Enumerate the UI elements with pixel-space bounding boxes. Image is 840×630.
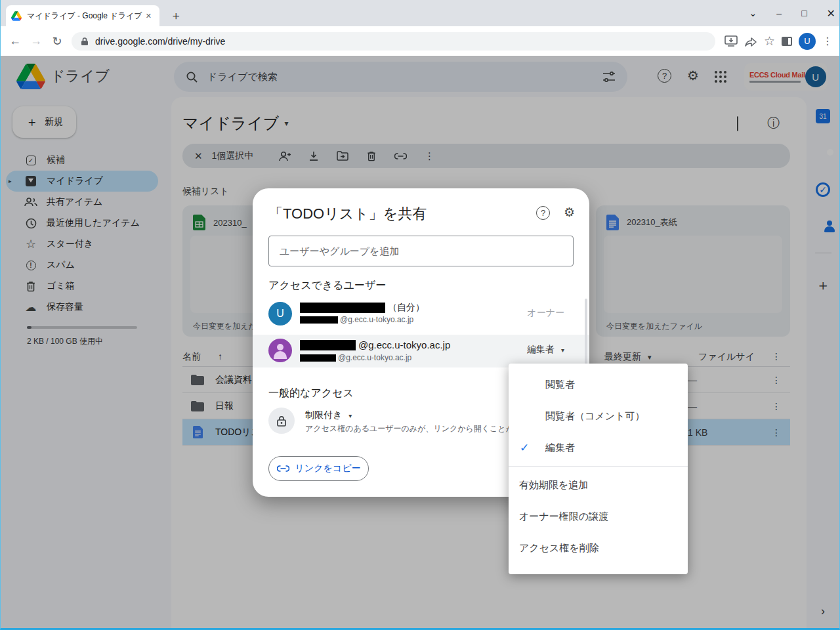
check-icon: ✓: [520, 441, 529, 455]
share-icon[interactable]: [744, 35, 757, 47]
share-dialog-title: 「TODOリスト」を共有: [268, 204, 427, 224]
tab-close-icon[interactable]: ✕: [143, 12, 154, 20]
drive-page: ドライブ ドライブで検索 ? ⚙: [1, 56, 839, 628]
dialog-scrollbar[interactable]: [585, 299, 587, 368]
role-dropdown[interactable]: 編集者▾: [527, 344, 564, 356]
general-access-label: 一般的なアクセス: [268, 387, 354, 400]
side-panel-icon[interactable]: [782, 37, 792, 46]
window-maximize-button[interactable]: □: [801, 8, 807, 18]
browser-profile-avatar[interactable]: U: [799, 33, 816, 50]
redacted-email: [300, 316, 338, 324]
redacted-name: [300, 303, 385, 313]
url-bar[interactable]: drive.google.com/drive/my-drive: [72, 32, 715, 51]
menu-divider: [509, 466, 688, 467]
owner-role-label: オーナー: [527, 307, 564, 319]
forward-icon[interactable]: →: [26, 34, 47, 48]
add-people-input[interactable]: [268, 236, 574, 266]
user-avatar: U: [268, 302, 292, 326]
user-email-name: @g.ecc.u-tokyo.ac.jp: [358, 339, 450, 350]
drive-favicon: [11, 11, 22, 21]
redacted-email: [300, 354, 336, 362]
caret-down-icon: ▾: [348, 412, 352, 419]
share-user-row-highlighted[interactable]: @g.ecc.u-tokyo.ac.jp @g.ecc.u-tokyo.ac.j…: [253, 335, 589, 368]
caret-down-icon: ▾: [561, 346, 564, 354]
link-icon: [277, 465, 289, 472]
dialog-settings-icon[interactable]: ⚙: [564, 205, 575, 220]
copy-link-label: リンクをコピー: [295, 463, 361, 474]
bookmark-star-icon[interactable]: ☆: [764, 33, 775, 49]
browser-navbar: ← → ↻ drive.google.com/drive/my-drive ☆ …: [1, 26, 839, 56]
user-email-domain: @g.ecc.u-tokyo.ac.jp: [340, 315, 413, 324]
window-minimize-button[interactable]: –: [776, 8, 782, 18]
menu-item-viewer[interactable]: 閲覧者: [509, 369, 688, 400]
user-avatar: [268, 339, 292, 362]
reload-icon[interactable]: ↻: [47, 34, 68, 49]
download-page-icon[interactable]: [724, 35, 738, 47]
restricted-dropdown[interactable]: 制限付き▾: [305, 410, 352, 421]
user-email-domain: @g.ecc.u-tokyo.ac.jp: [338, 353, 411, 362]
new-tab-button[interactable]: ＋: [170, 9, 182, 22]
browser-window: マイドライブ - Google ドライブ ✕ ＋ ⌄ – □ ✕ ← → ↻ d…: [0, 0, 840, 630]
menu-item-remove-access[interactable]: アクセス権を削除: [509, 532, 688, 564]
tab-search-icon[interactable]: ⌄: [749, 8, 757, 18]
people-with-access-label: アクセスできるユーザー: [268, 279, 386, 293]
window-close-button[interactable]: ✕: [827, 7, 835, 20]
menu-item-commenter[interactable]: 閲覧者（コメント可）: [509, 400, 688, 432]
copy-link-button[interactable]: リンクをコピー: [268, 456, 369, 481]
menu-item-add-expiration[interactable]: 有効期限を追加: [509, 469, 688, 501]
browser-menu-icon[interactable]: ⋮: [822, 35, 833, 47]
browser-tab[interactable]: マイドライブ - Google ドライブ ✕: [6, 5, 159, 26]
lock-icon: [81, 37, 89, 46]
menu-item-transfer-ownership[interactable]: オーナー権限の譲渡: [509, 501, 688, 532]
dialog-help-icon[interactable]: ?: [536, 206, 550, 220]
redacted-name: [300, 340, 356, 350]
back-icon[interactable]: ←: [5, 34, 26, 48]
role-menu: 閲覧者 閲覧者（コメント可） ✓ 編集者 有効期限を追加 オーナー権限の譲渡 ア…: [509, 364, 688, 574]
user-self-suffix: （自分）: [388, 302, 425, 314]
browser-titlebar: マイドライブ - Google ドライブ ✕ ＋ ⌄ – □ ✕: [1, 0, 839, 26]
url-text: drive.google.com/drive/my-drive: [95, 36, 225, 47]
tab-title: マイドライブ - Google ドライブ: [27, 10, 143, 22]
menu-item-editor[interactable]: ✓ 編集者: [509, 432, 688, 463]
restricted-lock-icon: [268, 408, 295, 434]
share-user-row[interactable]: U （自分） @g.ecc.u-tokyo.ac.jp オーナー: [253, 298, 589, 329]
